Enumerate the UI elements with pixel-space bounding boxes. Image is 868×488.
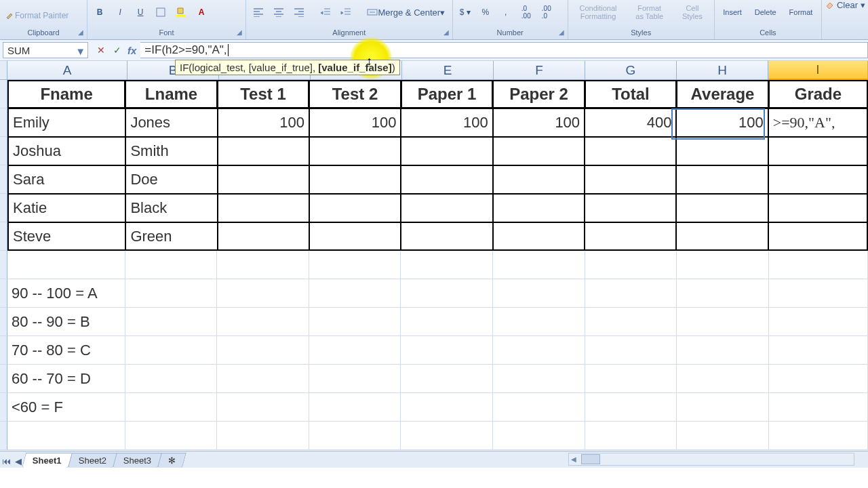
sheet-tab[interactable]: Sheet1 (22, 453, 73, 468)
row-header[interactable] (0, 137, 7, 165)
cell[interactable] (217, 422, 309, 450)
underline-button[interactable]: U (131, 3, 150, 21)
cell[interactable]: 100 (493, 108, 585, 137)
cell[interactable] (218, 222, 309, 251)
cell[interactable] (218, 165, 309, 194)
col-header-G[interactable]: G (585, 61, 677, 80)
cell[interactable] (125, 308, 218, 336)
cell[interactable] (493, 422, 585, 450)
dialog-launcher-icon[interactable]: ◢ (441, 28, 451, 38)
tab-nav-first[interactable]: ⏮ (0, 454, 12, 468)
cell[interactable]: Steve (7, 222, 125, 251)
delete-cells-button[interactable]: Delete (752, 8, 779, 16)
col-header-E[interactable]: E (402, 61, 494, 80)
cell[interactable] (768, 194, 868, 222)
conditional-formatting-button[interactable]: ConditionalFormatting (576, 4, 619, 20)
cell[interactable] (401, 422, 493, 450)
merge-center-button[interactable]: Merge & Center ▾ (363, 3, 450, 21)
cell[interactable] (125, 365, 218, 393)
cell[interactable] (309, 222, 401, 251)
insert-cells-button[interactable]: Insert (720, 8, 745, 16)
cell[interactable] (217, 365, 309, 393)
cell[interactable] (125, 336, 218, 365)
scrollbar-thumb[interactable] (581, 454, 600, 464)
cell[interactable]: Green (125, 222, 217, 251)
cell[interactable] (585, 393, 677, 422)
align-left-button[interactable] (249, 3, 268, 21)
cell[interactable] (493, 279, 585, 308)
cell[interactable] (677, 336, 769, 365)
cell[interactable] (309, 165, 401, 194)
cell[interactable] (401, 336, 493, 365)
header-test2[interactable]: Test 2 (309, 80, 401, 108)
row-header[interactable] (0, 365, 7, 393)
col-header-F[interactable]: F (494, 61, 585, 80)
cell[interactable] (309, 279, 401, 308)
cell[interactable] (585, 251, 677, 279)
cell[interactable] (676, 222, 768, 251)
enter-formula-button[interactable]: ✓ (111, 44, 123, 56)
cell[interactable] (401, 251, 493, 279)
cell[interactable] (309, 336, 401, 365)
cell[interactable] (217, 251, 309, 279)
cell[interactable] (585, 194, 676, 222)
increase-decimal-button[interactable]: .0.00 (517, 3, 536, 21)
align-right-button[interactable] (290, 3, 309, 21)
cell[interactable] (309, 365, 401, 393)
header-grade[interactable]: Grade (768, 80, 868, 108)
align-center-button[interactable] (269, 3, 288, 21)
new-sheet-tab[interactable]: ✻ (157, 453, 186, 468)
fx-icon[interactable]: fx (127, 45, 136, 56)
increase-indent-button[interactable] (336, 3, 355, 21)
clear-button[interactable]: Clear ▾ (825, 0, 865, 10)
cell[interactable] (769, 422, 868, 450)
cancel-formula-button[interactable]: ✕ (95, 44, 107, 56)
cell[interactable] (677, 365, 769, 393)
cell[interactable] (401, 365, 493, 393)
cell[interactable] (677, 422, 769, 450)
sheet-tab[interactable]: Sheet3 (113, 453, 162, 468)
cell[interactable] (217, 336, 309, 365)
cell[interactable] (769, 336, 868, 365)
row-header[interactable] (0, 80, 7, 108)
cell[interactable] (676, 137, 768, 165)
cell[interactable]: 70 -- 80 = C (7, 336, 125, 365)
cell[interactable]: 90 -- 100 = A (7, 279, 125, 308)
cell[interactable] (493, 165, 585, 194)
cell[interactable] (585, 336, 677, 365)
cell[interactable] (585, 422, 677, 450)
cell[interactable] (769, 251, 868, 279)
cell[interactable] (769, 365, 868, 393)
cell[interactable] (493, 336, 585, 365)
row-header[interactable] (0, 222, 7, 251)
cell[interactable] (125, 422, 218, 450)
border-button[interactable] (151, 3, 170, 21)
cell[interactable] (309, 308, 401, 336)
chevron-down-icon[interactable]: ▼ (75, 45, 85, 57)
cell[interactable] (401, 137, 492, 165)
cell[interactable]: 100 (309, 108, 401, 137)
cell[interactable] (769, 279, 868, 308)
cell[interactable] (217, 308, 309, 336)
cell[interactable] (493, 393, 585, 422)
cell[interactable] (401, 194, 492, 222)
comma-button[interactable]: , (496, 3, 515, 21)
cell[interactable] (125, 393, 218, 422)
cell[interactable] (217, 393, 309, 422)
col-header-I[interactable]: I (768, 61, 868, 80)
cell[interactable] (585, 365, 677, 393)
cell[interactable] (493, 222, 585, 251)
format-as-table-button[interactable]: Formatas Table (633, 4, 666, 20)
cell[interactable] (676, 165, 768, 194)
cell[interactable] (7, 251, 125, 279)
row-header[interactable] (0, 336, 7, 365)
cell[interactable] (309, 194, 401, 222)
cell[interactable]: <60 = F (7, 393, 125, 422)
italic-button[interactable]: I (111, 3, 130, 21)
header-fname[interactable]: Fname (7, 80, 125, 108)
row-header[interactable] (0, 108, 7, 137)
cell[interactable] (218, 194, 309, 222)
cell[interactable] (493, 137, 585, 165)
cell[interactable] (493, 308, 585, 336)
col-header-H[interactable]: H (677, 61, 768, 80)
